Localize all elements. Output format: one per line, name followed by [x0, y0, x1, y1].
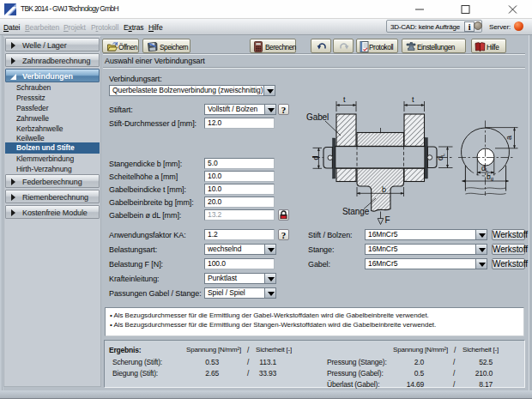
svg-text:dL: dL	[436, 153, 445, 160]
svg-text:bg: bg	[487, 172, 493, 182]
svg-text:Gabel: Gabel	[306, 112, 329, 122]
svg-text:b: b	[382, 185, 386, 194]
svg-text:d: d	[311, 155, 320, 160]
svg-text:t: t	[343, 95, 346, 104]
svg-text:F: F	[385, 215, 390, 225]
svg-text:a: a	[505, 136, 513, 140]
svg-text:Stange: Stange	[342, 207, 370, 216]
svg-text:t: t	[412, 95, 414, 104]
